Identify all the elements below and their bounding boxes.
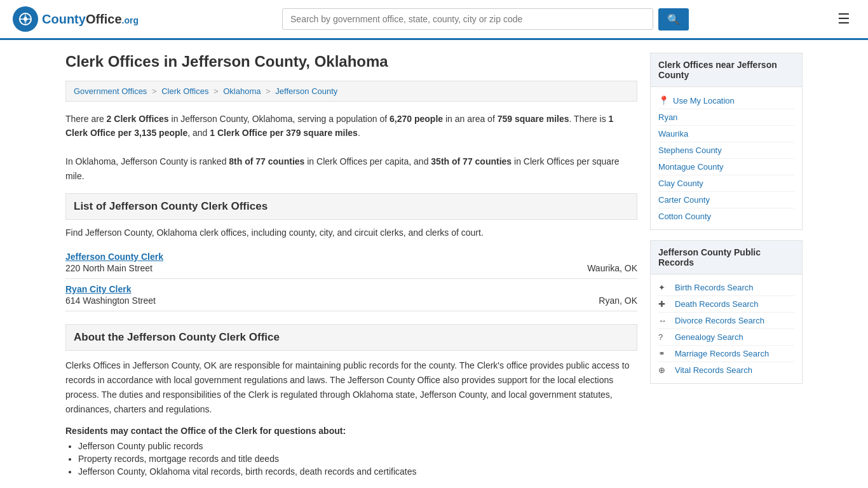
bullet-1: Property records, mortgage records and t… xyxy=(78,454,637,464)
sidebar-item-clay-county[interactable]: Clay County xyxy=(658,175,794,192)
sidebar-records-header: Jefferson County Public Records xyxy=(651,241,802,274)
sidebar-item-cotton-county[interactable]: Cotton County xyxy=(658,208,794,224)
sidebar-nearby-header: Clerk Offices near Jefferson County xyxy=(651,53,802,87)
residents-heading: Residents may contact the Office of the … xyxy=(65,426,637,436)
breadcrumb: Government Offices > Clerk Offices > Okl… xyxy=(65,81,637,102)
list-section-desc: Find Jefferson County, Oklahoma clerk of… xyxy=(65,227,637,238)
birth-records-label: Birth Records Search xyxy=(675,283,754,292)
bullet-list: Jefferson County public records Property… xyxy=(65,441,637,477)
sidebar-genealogy-search[interactable]: ? Genealogy Search xyxy=(658,329,794,346)
breadcrumb-link-gov[interactable]: Government Offices xyxy=(74,86,147,96)
about-section: About the Jefferson County Clerk Office … xyxy=(65,324,637,477)
breadcrumb-link-ok[interactable]: Oklahoma xyxy=(223,86,261,96)
office-address-0: 220 North Main Street xyxy=(65,263,153,273)
divorce-icon: ↔ xyxy=(658,316,670,325)
marriage-records-label: Marriage Records Search xyxy=(675,349,769,358)
bullet-0: Jefferson County public records xyxy=(78,441,637,451)
death-icon: ✚ xyxy=(658,299,670,309)
sidebar-clay-label: Clay County xyxy=(658,179,703,188)
svg-point-3 xyxy=(24,17,27,21)
divorce-records-label: Divorce Records Search xyxy=(675,316,764,325)
content-area: Clerk Offices in Jefferson County, Oklah… xyxy=(65,53,637,479)
breadcrumb-link-county[interactable]: Jefferson County xyxy=(275,86,337,96)
sidebar-use-my-location[interactable]: 📍 Use My Location xyxy=(658,92,794,109)
sidebar-cotton-label: Cotton County xyxy=(658,212,711,221)
sidebar-item-waurika[interactable]: Waurika xyxy=(658,126,794,142)
sidebar-use-my-location-label: Use My Location xyxy=(673,96,735,105)
death-records-label: Death Records Search xyxy=(675,299,759,309)
sidebar-marriage-records[interactable]: ⚭ Marriage Records Search xyxy=(658,346,794,362)
menu-button[interactable]: ☰ xyxy=(832,8,855,30)
sidebar-ryan-label: Ryan xyxy=(658,112,677,122)
breadcrumb-link-clerk[interactable]: Clerk Offices xyxy=(161,86,208,96)
sidebar-waurika-label: Waurika xyxy=(658,129,688,139)
office-name-1[interactable]: Ryan City Clerk xyxy=(65,284,637,294)
sidebar-carter-label: Carter County xyxy=(658,195,710,205)
about-text: Clerks Offices in Jefferson County, OK a… xyxy=(65,358,637,417)
main-container: Clerk Offices in Jefferson County, Oklah… xyxy=(53,40,815,488)
search-input[interactable] xyxy=(282,8,653,30)
sidebar-vital-records[interactable]: ⊕ Vital Records Search xyxy=(658,362,794,378)
sidebar-records-content: ✦ Birth Records Search ✚ Death Records S… xyxy=(651,274,802,383)
office-city-1: Ryan, OK xyxy=(599,295,637,306)
sidebar-death-records[interactable]: ✚ Death Records Search xyxy=(658,296,794,313)
bullet-2: Jefferson County, Oklahoma vital records… xyxy=(78,466,637,477)
vital-icon: ⊕ xyxy=(658,365,670,375)
office-city-0: Waurika, OK xyxy=(587,263,637,273)
birth-icon: ✦ xyxy=(658,283,670,292)
office-name-0[interactable]: Jefferson County Clerk xyxy=(65,252,637,262)
office-address-1: 614 Washington Street xyxy=(65,295,156,306)
marriage-icon: ⚭ xyxy=(658,349,670,358)
logo-text: CountyOffice.org xyxy=(42,12,139,26)
search-button[interactable]: 🔍 xyxy=(658,8,689,30)
location-icon: 📍 xyxy=(658,95,669,105)
sidebar-nearby-content: 📍 Use My Location Ryan Waurika Stephens … xyxy=(651,87,802,229)
logo-icon xyxy=(13,6,38,32)
list-section-header: List of Jefferson County Clerk Offices xyxy=(65,193,637,220)
sidebar-item-stephens-county[interactable]: Stephens County xyxy=(658,142,794,159)
about-section-header: About the Jefferson County Clerk Office xyxy=(65,324,637,351)
sidebar-divorce-records[interactable]: ↔ Divorce Records Search xyxy=(658,313,794,329)
sidebar-records-box: Jefferson County Public Records ✦ Birth … xyxy=(650,240,803,384)
sidebar-birth-records[interactable]: ✦ Birth Records Search xyxy=(658,280,794,296)
sidebar-item-montague-county[interactable]: Montague County xyxy=(658,159,794,175)
search-area: 🔍 xyxy=(282,8,689,30)
sidebar-item-ryan[interactable]: Ryan xyxy=(658,109,794,126)
vital-records-label: Vital Records Search xyxy=(675,365,752,375)
intro-text: There are 2 Clerk Offices in Jefferson C… xyxy=(65,112,637,183)
logo-area: CountyOffice.org xyxy=(13,6,139,32)
sidebar-stephens-label: Stephens County xyxy=(658,146,722,155)
office-item-1: Ryan City Clerk 614 Washington Street Ry… xyxy=(65,279,637,311)
sidebar-nearby-box: Clerk Offices near Jefferson County 📍 Us… xyxy=(650,53,803,230)
office-item-0: Jefferson County Clerk 220 North Main St… xyxy=(65,247,637,279)
sidebar-item-carter-county[interactable]: Carter County xyxy=(658,192,794,208)
sidebar-montague-label: Montague County xyxy=(658,162,724,172)
genealogy-icon: ? xyxy=(658,332,670,342)
sidebar: Clerk Offices near Jefferson County 📍 Us… xyxy=(650,53,803,479)
site-header: CountyOffice.org 🔍 ☰ xyxy=(0,0,868,40)
page-title: Clerk Offices in Jefferson County, Oklah… xyxy=(65,53,637,71)
genealogy-label: Genealogy Search xyxy=(675,332,743,342)
